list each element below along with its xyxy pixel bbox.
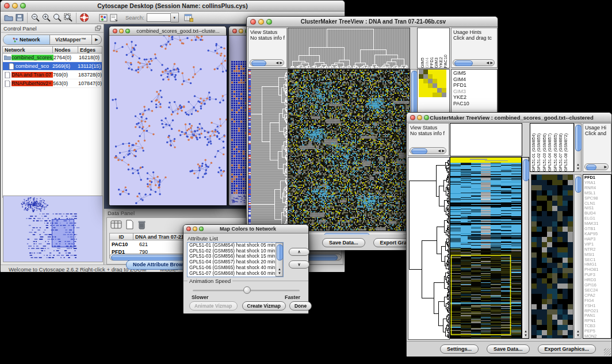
close-button[interactable]	[4, 3, 10, 9]
dialog-button-create-vizmap[interactable]: Create Vizmap	[242, 301, 286, 311]
zoom-fit-icon[interactable]	[63, 12, 74, 23]
treeview2-title: ClusterMaker TreeView : combined_scores_…	[429, 114, 594, 121]
attribute-list[interactable]: GPL51-01 (GSM854) heat shock 05 minGPL51…	[187, 242, 284, 277]
animation-speed-slider[interactable]	[193, 290, 300, 292]
dialog-button-animate-vizmap[interactable]: Animate Vizmap	[189, 301, 238, 311]
close-button[interactable]	[113, 29, 117, 33]
minimize-button[interactable]	[119, 29, 124, 33]
help-lifering-icon[interactable]	[79, 12, 90, 23]
network-view-icon[interactable]	[98, 12, 109, 23]
tv2-zoom-heatmap[interactable]	[531, 174, 573, 339]
attribute-table-icon[interactable]	[110, 220, 122, 232]
delete-attribute-icon[interactable]	[137, 220, 146, 232]
tv1-row-dendrogram[interactable]	[248, 69, 288, 231]
tv2-status-scrollbar[interactable]: ◀ ▶	[410, 147, 446, 154]
minimize-button[interactable]	[12, 3, 18, 9]
faster-label: Faster	[285, 294, 300, 300]
tv1-gene-label[interactable]: GIM3	[452, 89, 497, 95]
zoom-button[interactable]	[125, 29, 130, 33]
close-button[interactable]	[232, 29, 237, 33]
document-icon	[9, 63, 14, 70]
birds-eye-view[interactable]	[3, 196, 103, 262]
zoom-button[interactable]	[20, 3, 26, 9]
tv1-gene-label[interactable]: GIM5	[452, 70, 497, 76]
treeview-window-combined: ClusterMaker TreeView : combined_scores_…	[406, 112, 612, 357]
tv2-button-export-graphics[interactable]: Export Graphics...	[538, 344, 596, 354]
network-view[interactable]	[110, 36, 227, 205]
dialog-button-done[interactable]: Done	[289, 301, 312, 311]
tv2-heatmap[interactable]	[450, 157, 522, 339]
slower-label: Slower	[192, 294, 209, 300]
tv1-heatmap[interactable]	[288, 69, 410, 231]
tab-network[interactable]: Network	[3, 35, 50, 44]
tv1-button-save-data[interactable]: Save Data...	[322, 238, 365, 247]
tv1-gene-label[interactable]: YKE2	[452, 94, 497, 101]
zoom-in-icon[interactable]	[41, 12, 52, 23]
slider-thumb[interactable]	[243, 286, 251, 294]
minimize-button[interactable]	[417, 115, 422, 120]
toolbar-separator	[76, 13, 76, 23]
zoom-button[interactable]	[199, 227, 204, 231]
search-input[interactable]: ▼	[147, 13, 179, 22]
tv2-column-label: GPL51-06 (GSM865)	[553, 133, 559, 171]
tv2-zoom-vscrollbar[interactable]: ▲ ▼	[574, 174, 582, 339]
tv1-column-label: PFD1	[429, 57, 434, 68]
network-row[interactable]: RNAPuberNov2+ 563(0) 107847(0)	[3, 79, 102, 88]
annotation-icon[interactable]	[109, 12, 120, 23]
new-attribute-icon[interactable]	[125, 220, 134, 232]
tv1-gene-label[interactable]: PFD1	[452, 82, 497, 89]
zoom-button[interactable]	[424, 115, 429, 120]
tv2-labels-vscrollbar[interactable]: ▲ ▼	[574, 123, 582, 172]
tv1-correlation-heatmap[interactable]	[419, 70, 446, 97]
minimize-button[interactable]	[258, 19, 264, 25]
close-button[interactable]	[250, 19, 256, 25]
search-dropdown-icon[interactable]: ▼	[171, 13, 179, 22]
tv1-hints-scrollbar[interactable]: ◀ ▶	[453, 59, 495, 66]
close-button[interactable]	[410, 115, 415, 120]
desktop: Cytoscape Desktop (Session Name: collins…	[0, 0, 612, 364]
tv1-column-labels: GIM5GIM4PFD1GIM3YKE2PAC10	[417, 28, 450, 68]
tv2-button-save-data[interactable]: Save Data...	[487, 344, 530, 354]
tv2-column-label: GPL51-07 (GSM868)	[559, 133, 564, 171]
network-row-selected[interactable]: combined_sco 2569(6) 13112(15)	[3, 62, 102, 71]
tv2-hints-scrollbar[interactable]: ▶	[584, 163, 609, 170]
tv2-button-bar: Settings...Save Data...Export Graphics..…	[407, 341, 611, 357]
zoom-button[interactable]	[266, 19, 272, 25]
float-panel-icon[interactable]	[95, 23, 101, 33]
tv2-gene-label[interactable]: MON2	[583, 334, 611, 339]
move-down-button[interactable]: ∨	[289, 260, 309, 269]
save-icon[interactable]	[14, 12, 25, 23]
network-row[interactable]: combined_scores_ 2764(0) 16218(0)	[3, 53, 102, 62]
tv1-column-label: GIM5	[420, 58, 424, 68]
network-window-1: combined_scores_good.txt--cluste...	[109, 26, 227, 205]
network-table-header[interactable]: Network Nodes Edges	[2, 46, 102, 53]
main-title-bar[interactable]: Cytoscape Desktop (Session Name: collins…	[1, 1, 345, 12]
tab-vizmapper[interactable]: VizMapper™	[50, 35, 91, 44]
tv1-column-label: YKE2	[438, 57, 443, 68]
network-row[interactable]: DNA and Tran 07 769(0) 183728(0)	[3, 71, 102, 79]
move-up-button[interactable]: ∧	[289, 248, 309, 256]
minimize-button[interactable]	[239, 29, 243, 33]
open-file-icon[interactable]	[3, 12, 14, 23]
tv1-status-scrollbar[interactable]: ◀ ▶	[250, 59, 284, 66]
tv2-heatmap-vscrollbar[interactable]: ▲ ▼	[522, 157, 529, 339]
tv1-gene-label[interactable]: GIM4	[452, 76, 497, 83]
tv2-column-dendrogram-area[interactable]	[450, 123, 522, 156]
tv1-view-status-panel: View Status No status info f ◀ ▶	[248, 28, 287, 68]
tv1-column-dendrogram[interactable]	[288, 28, 410, 69]
minimize-button[interactable]	[193, 227, 197, 231]
close-button[interactable]	[186, 227, 191, 231]
resize-grip[interactable]	[604, 348, 611, 355]
tab-overflow-icon[interactable]: ▶	[91, 35, 101, 44]
tv2-button-settings[interactable]: Settings...	[440, 344, 479, 354]
tv2-gene-list: PFD1YRA1RNR4MSL1SPC98CLN1NIS1BUD4ELG1MAK…	[583, 174, 611, 339]
attribute-list-vscrollbar[interactable]: ▲ ▼	[276, 243, 283, 277]
zoom-out-icon[interactable]	[30, 12, 41, 23]
attribute-list-item[interactable]: GPL51-07 (GSM868) heat shock 60 min	[188, 271, 283, 277]
window-controls	[1, 3, 26, 9]
tv1-gene-label[interactable]: PAC10	[452, 101, 497, 107]
zoom-selected-icon[interactable]	[52, 12, 63, 23]
table-import-icon[interactable]	[183, 12, 194, 23]
tv1-column-label: GIM4	[424, 58, 429, 68]
tv2-row-dendrogram[interactable]	[408, 157, 450, 340]
